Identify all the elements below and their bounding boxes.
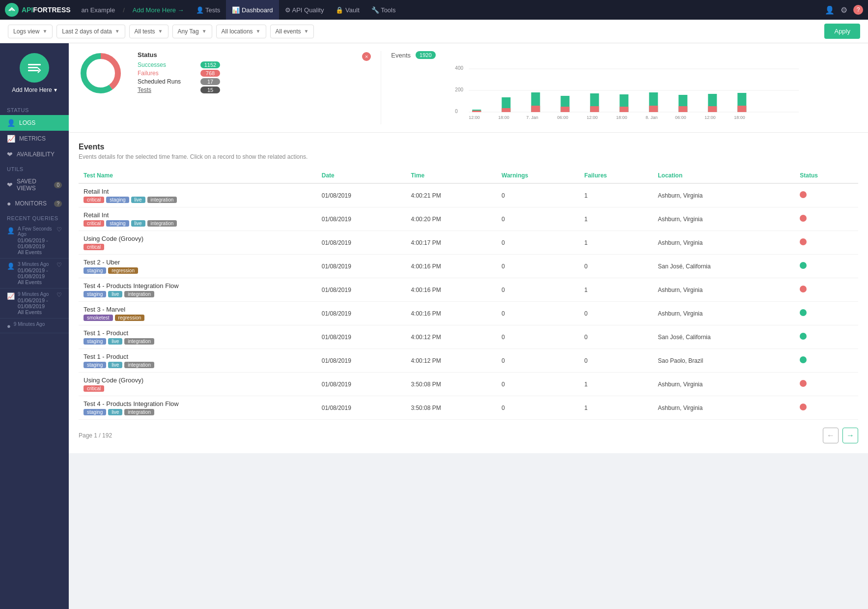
cell-time: 4:00:16 PM (406, 302, 497, 325)
status-dot (800, 356, 807, 363)
table-row[interactable]: Test 4 - Products Integration Flow stagi… (79, 396, 858, 420)
table-row[interactable]: Test 1 - Product stagingliveintegration … (79, 349, 858, 373)
successes-row: Successes 1152 (138, 61, 371, 68)
table-row[interactable]: Test 3 - Marvel smoketestregression 01/0… (79, 302, 858, 325)
recent-query-1[interactable]: 👤 A Few Seconds Ago 01/06/2019 - 01/08/2… (0, 223, 69, 259)
cell-failures: 1 (579, 373, 653, 396)
cell-warnings: 0 (497, 349, 579, 373)
cell-date: 01/08/2019 (317, 302, 406, 325)
table-row[interactable]: Test 2 - Uber stagingregression 01/08/20… (79, 255, 858, 278)
cell-test-name: Retail Int criticalstagingliveintegratio… (79, 183, 317, 207)
date-select[interactable]: Last 2 days of data ▼ (56, 25, 125, 38)
cell-status (795, 349, 858, 373)
scheduled-badge: 17 (200, 78, 220, 85)
cell-test-name: Test 1 - Product stagingliveintegration (79, 349, 317, 373)
nav-item-add-more[interactable]: Add More Here → (127, 0, 190, 20)
status-section-label: Status (0, 103, 69, 115)
settings-icon[interactable]: ⚙ (840, 5, 847, 15)
favorite-icon[interactable]: ♡ (56, 261, 62, 268)
nav-item-dashboard[interactable]: 📊 Dashboard (226, 0, 279, 20)
cell-date: 01/08/2019 (317, 207, 406, 231)
avatar-name[interactable]: Add More Here ▾ (12, 87, 56, 93)
cell-warnings: 0 (497, 183, 579, 207)
svg-text:12:00: 12:00 (469, 115, 480, 120)
nav-item-tools[interactable]: 🔧 Tools (365, 0, 402, 20)
cell-warnings: 0 (497, 325, 579, 349)
favorite-icon[interactable]: ♡ (56, 291, 62, 298)
chevron-down-icon: ▼ (202, 29, 207, 34)
chevron-down-icon: ▾ (54, 87, 57, 93)
chevron-down-icon: ▼ (115, 29, 120, 34)
status-dot (800, 262, 807, 269)
cell-failures: 1 (579, 278, 653, 302)
apply-button[interactable]: Apply (824, 24, 860, 39)
cell-failures: 1 (579, 231, 653, 255)
location-select[interactable]: All locations ▼ (216, 25, 266, 38)
next-page-button[interactable]: → (842, 428, 858, 443)
sidebar-item-logs[interactable]: 👤 LOGS (0, 115, 69, 131)
help-icon[interactable]: ? (853, 5, 863, 15)
cell-status (795, 325, 858, 349)
sidebar-item-availability[interactable]: ❤ AVAILABILITY (0, 146, 69, 162)
tests-badge: 15 (200, 87, 220, 93)
status-title: Status (138, 51, 157, 58)
query-date-1: 01/06/2019 - 01/08/2019 (18, 237, 54, 249)
favorite-icon[interactable]: ♡ (56, 226, 62, 233)
nav-item-example[interactable]: an Example (76, 0, 121, 20)
sidebar-item-saved-views[interactable]: ❤ SAVED VIEWS 0 (0, 174, 69, 196)
col-status: Status (795, 168, 858, 183)
query-date-3: 01/06/2019 - 01/08/2019 (18, 297, 54, 309)
sidebar-item-monitors[interactable]: ● MONITORS ? (0, 196, 69, 211)
saved-views-badge: 0 (54, 182, 62, 188)
events-table-title: Events (79, 143, 858, 151)
svg-text:18:00: 18:00 (616, 115, 628, 120)
nav-item-quality[interactable]: ⚙ API Quality (279, 0, 330, 20)
col-location: Location (653, 168, 795, 183)
recent-query-2[interactable]: 👤 3 Minutes Ago 01/06/2019 - 01/08/2019 … (0, 259, 69, 289)
tag-select[interactable]: Any Tag ▼ (172, 25, 212, 38)
page-info: Page 1 / 192 (79, 432, 112, 439)
recent-query-4[interactable]: ● 9 Minutes Ago (0, 319, 69, 333)
cell-location: Ashburn, Virginia (653, 207, 795, 231)
cell-failures: 0 (579, 302, 653, 325)
events-select[interactable]: All events ▼ (270, 25, 314, 38)
recent-query-3[interactable]: 📈 9 Minutes Ago 01/06/2019 - 01/08/2019 … (0, 289, 69, 319)
user-icon[interactable]: 👤 (825, 5, 835, 15)
sidebar-item-metrics[interactable]: 📈 METRICS (0, 131, 69, 146)
table-row[interactable]: Test 4 - Products Integration Flow stagi… (79, 278, 858, 302)
page-buttons: ← → (823, 428, 858, 443)
tests-label: Tests (138, 87, 196, 93)
svg-rect-20 (590, 106, 599, 112)
cell-location: Ashburn, Virginia (653, 183, 795, 207)
svg-text:200: 200 (455, 87, 464, 92)
cell-failures: 1 (579, 183, 653, 207)
svg-text:7. Jan: 7. Jan (527, 115, 539, 120)
table-row[interactable]: Retail Int criticalstagingliveintegratio… (79, 207, 858, 231)
nav-item-tests[interactable]: 👤 Tests (190, 0, 226, 20)
svg-rect-16 (532, 106, 540, 112)
query-time-1: A Few Seconds Ago (18, 226, 54, 237)
table-row[interactable]: Retail Int criticalstagingliveintegratio… (79, 183, 858, 207)
cell-failures: 1 (579, 396, 653, 420)
scheduled-row: Scheduled Runs 17 (138, 78, 371, 85)
table-row[interactable]: Using Code (Groovy) critical 01/08/2019 … (79, 231, 858, 255)
scheduled-label: Scheduled Runs (138, 78, 196, 85)
cell-warnings: 0 (497, 231, 579, 255)
table-row[interactable]: Using Code (Groovy) critical 01/08/2019 … (79, 373, 858, 396)
chevron-down-icon: ▼ (304, 29, 309, 34)
status-dot (800, 333, 807, 340)
failures-row: Failures 768 (138, 70, 371, 77)
view-select[interactable]: Logs view ▼ (8, 25, 53, 38)
cell-time: 4:00:12 PM (406, 349, 497, 373)
cell-location: Ashburn, Virginia (653, 373, 795, 396)
test-select[interactable]: All tests ▼ (129, 25, 168, 38)
cell-failures: 0 (579, 255, 653, 278)
nav-item-vault[interactable]: 🔒 Vault (330, 0, 365, 20)
table-row[interactable]: Test 1 - Product stagingliveintegration … (79, 325, 858, 349)
cell-location: Ashburn, Virginia (653, 278, 795, 302)
cell-location: Ashburn, Virginia (653, 396, 795, 420)
prev-page-button[interactable]: ← (823, 428, 839, 443)
cell-time: 4:00:17 PM (406, 231, 497, 255)
cell-warnings: 0 (497, 278, 579, 302)
main-layout: Add More Here ▾ Status 👤 LOGS 📈 METRICS … (0, 43, 868, 609)
